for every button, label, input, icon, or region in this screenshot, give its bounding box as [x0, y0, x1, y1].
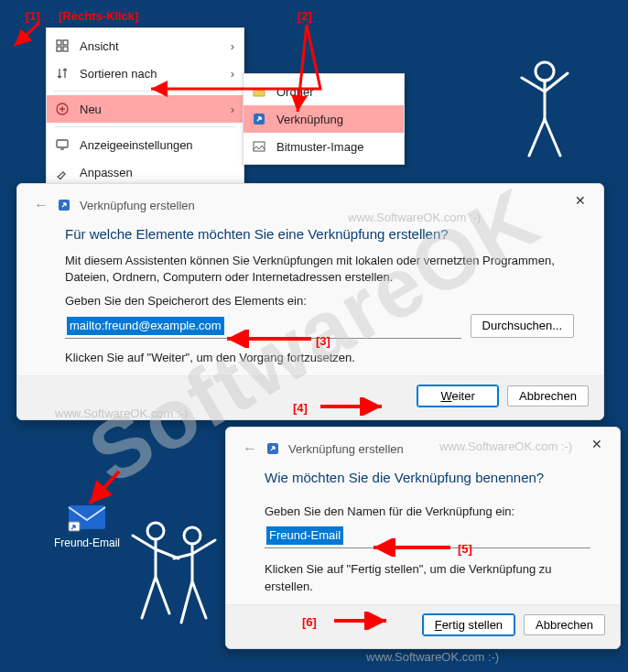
- menu-item-sortieren[interactable]: Sortieren nach ›: [47, 60, 244, 87]
- menu-label: Neu: [80, 103, 212, 116]
- name-input[interactable]: Freund-Email: [265, 524, 590, 548]
- wizard-heading: Für welche Elemente möchten Sie eine Ver…: [17, 217, 603, 247]
- svg-point-2: [184, 527, 200, 544]
- menu-item-neu[interactable]: Neu ›: [47, 95, 244, 123]
- wizard-hint: Klicken Sie auf "Fertig stellen", um die…: [265, 561, 590, 594]
- menu-label: Verknüpfung: [276, 113, 395, 126]
- display-icon: [54, 136, 70, 153]
- svg-rect-8: [57, 140, 68, 147]
- svg-point-0: [536, 62, 554, 81]
- chevron-right-icon: ›: [222, 39, 234, 53]
- svg-rect-3: [57, 40, 61, 45]
- menu-label: Sortieren nach: [80, 67, 212, 81]
- folder-icon: [251, 83, 267, 100]
- wizard-hint: Klicken Sie auf "Weiter", um den Vorgang…: [65, 350, 574, 366]
- svg-rect-5: [57, 47, 61, 51]
- mail-icon: [67, 502, 107, 533]
- menu-item-anpassen[interactable]: Anpassen: [47, 158, 244, 186]
- svg-point-1: [147, 523, 164, 539]
- shortcut-icon: [251, 111, 267, 127]
- browse-button[interactable]: Durchsuchen...: [471, 314, 574, 338]
- annotation-1-text: [Rechts-Klick]: [59, 9, 138, 23]
- chevron-right-icon: ›: [222, 103, 234, 116]
- wizard-step-2: ✕ ← Verknüpfung erstellen Wie möchten Si…: [225, 427, 621, 649]
- back-arrow-icon[interactable]: ←: [34, 197, 49, 213]
- wizard-breadcrumb: ← Verknüpfung erstellen: [226, 428, 620, 461]
- watermark-line: www.SoftwareOK.com :-): [366, 650, 499, 664]
- next-button[interactable]: Weiter: [417, 385, 498, 406]
- wizard-heading: Wie möchten Sie die Verknüpfung benennen…: [226, 461, 620, 491]
- desktop-shortcut[interactable]: Freund-Email: [50, 502, 124, 549]
- menu-item-ansicht[interactable]: Ansicht ›: [47, 32, 244, 60]
- menu-item-bitmuster[interactable]: Bitmuster-Image: [244, 133, 404, 160]
- location-input[interactable]: mailto:freund@example.com: [65, 314, 461, 339]
- svg-rect-4: [63, 40, 68, 45]
- location-value: mailto:freund@example.com: [67, 317, 224, 335]
- chevron-right-icon: ›: [222, 67, 234, 81]
- menu-label: Ansicht: [80, 39, 212, 53]
- finish-button[interactable]: Fertig stellen: [423, 614, 514, 635]
- close-button[interactable]: ✕: [583, 433, 611, 455]
- cancel-button[interactable]: Abbrechen: [524, 614, 605, 635]
- wizard-intro: Mit diesem Assistenten können Sie Verknü…: [65, 253, 574, 286]
- shortcut-icon: [58, 199, 70, 211]
- context-menu-desktop: Ansicht › Sortieren nach › Neu › Anzeige…: [46, 27, 244, 190]
- sort-icon: [54, 65, 70, 81]
- menu-separator: [54, 91, 236, 92]
- annotation-2: [2]: [298, 9, 312, 23]
- wizard-title: Verknüpfung erstellen: [80, 199, 195, 212]
- image-icon: [251, 138, 267, 155]
- wizard-title: Verknüpfung erstellen: [288, 442, 404, 456]
- back-arrow-icon[interactable]: ←: [243, 440, 257, 457]
- annotation-1: [1]: [26, 9, 40, 23]
- wizard-breadcrumb: ← Verknüpfung erstellen: [17, 184, 603, 217]
- context-menu-neu: Ordner Verknüpfung Bitmuster-Image: [243, 73, 405, 165]
- menu-item-verknuepfung[interactable]: Verknüpfung: [244, 105, 404, 133]
- plus-circle-icon: [54, 101, 70, 117]
- menu-label: Anpassen: [80, 166, 234, 179]
- name-label: Geben Sie den Namen für die Verknüpfung …: [265, 504, 590, 520]
- menu-separator: [54, 126, 236, 127]
- desktop-shortcut-label: Freund-Email: [50, 537, 124, 549]
- view-icon: [54, 38, 70, 54]
- name-value: Freund-Email: [266, 526, 343, 545]
- menu-label: Anzeigeeinstellungen: [80, 138, 234, 152]
- menu-item-ordner[interactable]: Ordner: [244, 78, 404, 105]
- brush-icon: [54, 164, 70, 180]
- close-button[interactable]: ✕: [567, 190, 594, 211]
- location-label: Geben Sie den Speicherort des Elements e…: [65, 293, 574, 309]
- menu-label: Bitmuster-Image: [276, 140, 395, 154]
- cancel-button[interactable]: Abbrechen: [507, 385, 589, 406]
- wizard-step-1: ✕ ← Verknüpfung erstellen Für welche Ele…: [16, 183, 604, 420]
- svg-rect-6: [63, 47, 68, 51]
- menu-label: Ordner: [276, 85, 395, 99]
- menu-item-anzeige[interactable]: Anzeigeeinstellungen: [47, 131, 244, 158]
- shortcut-icon: [266, 442, 279, 455]
